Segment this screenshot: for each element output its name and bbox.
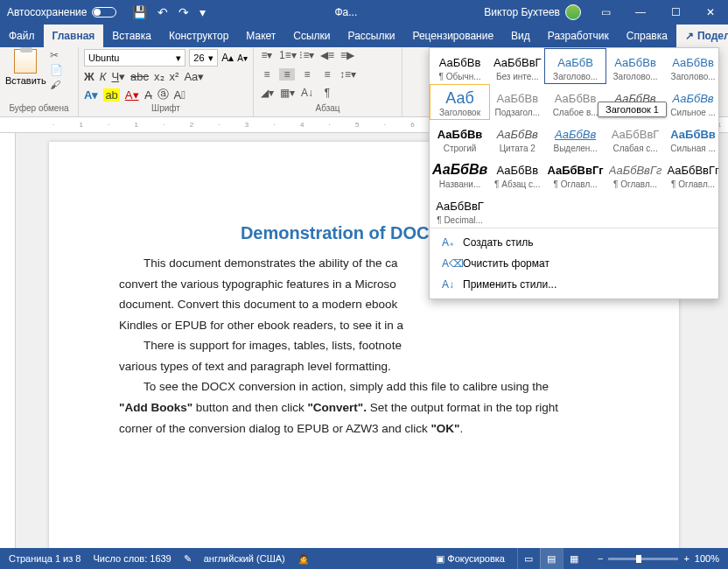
ribbon-tabs: Файл Главная Вставка Конструктор Макет С… xyxy=(0,25,728,47)
style-gallery-item[interactable]: АаБбВвВыделен... xyxy=(544,120,606,156)
italic-button[interactable]: К xyxy=(100,70,107,83)
style-gallery-item[interactable]: АаБбВвГг¶ Оглавл... xyxy=(606,156,665,192)
read-mode-icon[interactable]: ▭ xyxy=(517,548,540,569)
style-label: Цитата 2 xyxy=(493,144,542,153)
sort-button[interactable]: A↓ xyxy=(299,87,315,99)
tab-developer[interactable]: Разработчик xyxy=(539,25,618,47)
status-language[interactable]: английский (США) xyxy=(204,553,285,564)
decrease-indent-button[interactable]: ◀≡ xyxy=(319,49,335,61)
style-gallery-item[interactable]: АаБбВвГг¶ Оглавл... xyxy=(544,156,606,192)
increase-indent-button[interactable]: ≡▶ xyxy=(340,49,355,61)
zoom-slider[interactable] xyxy=(608,558,678,560)
justify-button[interactable]: ≡ xyxy=(319,68,335,81)
zoom-level[interactable]: 100% xyxy=(695,553,719,564)
style-gallery-item[interactable]: АаБбВв¶ Абзац с... xyxy=(490,156,544,192)
focus-mode-button[interactable]: ▣ Фокусировка xyxy=(436,553,505,565)
multilevel-button[interactable]: ⁝≡▾ xyxy=(299,49,315,61)
numbering-button[interactable]: 1≡▾ xyxy=(279,49,295,61)
print-layout-icon[interactable]: ▤ xyxy=(540,548,563,569)
bullets-button[interactable]: ≡▾ xyxy=(259,49,275,61)
spellcheck-icon[interactable]: ✎ xyxy=(184,553,192,565)
zoom-in-icon[interactable]: + xyxy=(683,553,689,564)
style-preview: АаБбВвГ xyxy=(432,196,487,215)
user-account[interactable]: Виктор Бухтеев xyxy=(477,4,588,20)
grow-font-icon[interactable]: A▴ xyxy=(221,52,234,64)
text-effects-button[interactable]: A▾ xyxy=(84,88,98,102)
tab-help[interactable]: Справка xyxy=(618,25,676,47)
ribbon-options-icon[interactable]: ▭ xyxy=(588,0,623,25)
paste-button[interactable]: Вставить xyxy=(5,49,46,86)
style-preview: АаБбВвГ xyxy=(493,53,542,72)
style-gallery-item[interactable]: АаБбВвСильная ... xyxy=(664,120,721,156)
tab-insert[interactable]: Вставка xyxy=(103,25,160,47)
tab-mailings[interactable]: Рассылки xyxy=(340,25,404,47)
style-gallery-item[interactable]: АаБбВвПодзагол... xyxy=(490,84,544,120)
vertical-ruler[interactable] xyxy=(0,133,16,548)
close-button[interactable]: ✕ xyxy=(693,0,728,25)
tab-design[interactable]: Конструктор xyxy=(160,25,237,47)
undo-icon[interactable]: ↶ xyxy=(158,5,168,19)
minimize-button[interactable]: — xyxy=(623,0,658,25)
style-gallery-item[interactable]: АаБбВвГ¶ Decimal... xyxy=(430,192,490,228)
font-name-combo[interactable]: Ubuntu▾ xyxy=(84,49,186,67)
save-icon[interactable]: 💾 xyxy=(132,5,147,19)
autosave-toggle[interactable]: Автосохранение xyxy=(0,6,123,18)
qat-dropdown-icon[interactable]: ▾ xyxy=(200,5,206,19)
align-right-button[interactable]: ≡ xyxy=(299,68,315,81)
superscript-button[interactable]: x² xyxy=(170,70,179,83)
underline-button[interactable]: Ч▾ xyxy=(111,70,125,83)
tab-file[interactable]: Файл xyxy=(0,25,44,47)
phonetic-button[interactable]: Aͣ xyxy=(174,88,186,102)
create-style-item[interactable]: A₊Создать стиль xyxy=(430,232,718,253)
format-painter-icon[interactable]: 🖌 xyxy=(50,79,63,91)
toggle-off-icon[interactable] xyxy=(92,7,116,18)
style-gallery-item[interactable]: АаБбВвСтрогий xyxy=(430,120,490,156)
clear-format-item[interactable]: A⌫Очистить формат xyxy=(430,253,718,274)
apply-styles-item[interactable]: A↓Применить стили... xyxy=(430,274,718,295)
style-gallery-item[interactable]: АаБбВЗаголово... xyxy=(544,48,606,84)
bold-button[interactable]: Ж xyxy=(84,70,94,83)
style-gallery-item[interactable]: АаБбВвСильное ... xyxy=(664,84,721,120)
align-left-button[interactable]: ≡ xyxy=(259,68,275,81)
strike-button[interactable]: abc xyxy=(130,70,149,83)
clear-format-button[interactable]: A̶ xyxy=(144,88,152,102)
shrink-font-icon[interactable]: A▾ xyxy=(237,53,248,63)
style-gallery-item[interactable]: АаБбВвГБез инте... xyxy=(490,48,544,84)
maximize-button[interactable]: ☐ xyxy=(658,0,693,25)
tab-references[interactable]: Ссылки xyxy=(284,25,339,47)
style-gallery-item[interactable]: АаБбВв¶ Обычн... xyxy=(430,48,490,84)
tab-view[interactable]: Вид xyxy=(502,25,539,47)
subscript-button[interactable]: x₂ xyxy=(154,70,164,83)
change-case-button[interactable]: Aa▾ xyxy=(184,70,204,83)
tab-layout[interactable]: Макет xyxy=(237,25,284,47)
status-word-count[interactable]: Число слов: 1639 xyxy=(93,553,171,564)
align-center-button[interactable]: ≡ xyxy=(279,68,295,81)
style-gallery-item[interactable]: АабЗаголовок xyxy=(430,84,490,120)
copy-icon[interactable]: 📄 xyxy=(50,64,63,76)
shading-button[interactable]: ◢▾ xyxy=(259,87,275,99)
tab-home[interactable]: Главная xyxy=(44,25,104,47)
line-spacing-button[interactable]: ↕≡▾ xyxy=(340,68,355,81)
borders-button[interactable]: ▦▾ xyxy=(279,87,295,99)
web-layout-icon[interactable]: ▦ xyxy=(563,548,585,569)
share-button[interactable]: ↗ Поделиться xyxy=(676,25,728,47)
style-gallery-item[interactable]: АаБбВвЗаголово... xyxy=(606,48,665,84)
style-gallery-item[interactable]: АаБбВвГг¶ Оглавл... xyxy=(664,156,721,192)
group-font: Ubuntu▾ 26▾ A▴ A▾ Ж К Ч▾ abc x₂ x² Aa▾ A… xyxy=(79,47,254,116)
font-color-button[interactable]: A▾ xyxy=(125,88,139,102)
zoom-control[interactable]: − + 100% xyxy=(598,553,719,564)
show-marks-button[interactable]: ¶ xyxy=(319,87,335,99)
accessibility-icon[interactable]: 🙍 xyxy=(298,553,310,565)
style-gallery-item[interactable]: АаБбВвГСлабая с... xyxy=(606,120,665,156)
cut-icon[interactable]: ✂ xyxy=(50,49,63,61)
redo-icon[interactable]: ↷ xyxy=(178,5,189,19)
font-size-combo[interactable]: 26▾ xyxy=(189,49,218,67)
style-gallery-item[interactable]: АаБбВвЗаголово... xyxy=(664,48,721,84)
style-gallery-item[interactable]: АаБбВвНазвани... xyxy=(430,156,490,192)
style-gallery-item[interactable]: АаБбВвЦитата 2 xyxy=(490,120,544,156)
status-page[interactable]: Страница 1 из 8 xyxy=(9,553,80,564)
zoom-out-icon[interactable]: − xyxy=(598,553,603,564)
highlight-button[interactable]: ab xyxy=(103,88,119,102)
enclose-char-button[interactable]: ⓐ xyxy=(158,87,169,102)
tab-review[interactable]: Рецензирование xyxy=(403,25,502,47)
